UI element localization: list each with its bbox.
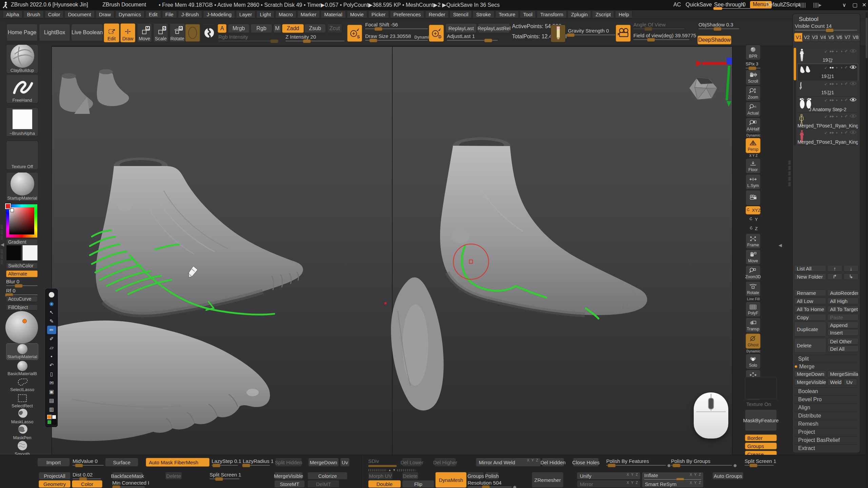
slider-handle[interactable] [672,464,680,467]
tray-mini-scrollbar[interactable]: ▲▼ [368,468,416,472]
backfacemask-button[interactable]: BackfaceMask [112,472,143,480]
accucurve-button[interactable]: AccuCurve [6,296,38,302]
menu-stroke[interactable]: Stroke [473,11,494,18]
shelf-slot-textureoff[interactable]: Texture Off [6,141,38,170]
layer-icon[interactable]: ◑ [840,82,843,86]
actual-button[interactable]: x1Actual [746,102,761,117]
edit-brush-icon[interactable]: ✐ [845,82,848,86]
shaded-icon[interactable]: ◐ [836,49,838,53]
quicksave-button[interactable]: QuickSave [686,2,712,8]
mode-scale[interactable]: SScale [153,23,168,42]
left-tray-toggle[interactable]: ◂|||| [797,2,806,8]
geometry-button[interactable]: Geometry [39,480,71,488]
folder-move-icon[interactable]: ↙ [824,114,827,119]
visibility-eye-icon[interactable] [850,98,856,102]
menu-help[interactable]: Help [615,11,632,18]
white-swatch[interactable] [22,245,38,261]
subtool-tab-v4[interactable]: V4 [818,33,828,42]
subtool-item[interactable]: ↙●●◐◑✐J Anatomy Step-2 [797,97,858,113]
cursor-arrow-icon[interactable]: ↖ [47,308,56,317]
all-low-button[interactable]: All Low [794,298,826,304]
slider-track[interactable] [606,465,666,466]
rgb-intensity-slider[interactable]: Rgb Intensity [218,34,277,41]
polypaint-icon[interactable]: ●● [829,114,834,118]
zoom-button[interactable]: Zoom [746,86,761,101]
slider-track[interactable] [368,465,397,467]
swatch-0[interactable] [47,415,52,419]
layer-icon[interactable]: ◑ [840,114,843,118]
clipboard-icon[interactable]: ▥ [47,405,56,413]
nav-home-page[interactable]: Home Page [6,24,38,41]
paint-zsub[interactable]: Zsub [304,24,326,33]
subtool-tab-v1[interactable]: V1 [794,33,803,42]
slider-track[interactable] [6,285,38,286]
paint-zcut[interactable]: Zcut [327,24,342,33]
angle-of-view-slider[interactable]: Angle Of View [633,22,684,29]
slider-handle[interactable] [303,39,311,43]
import-button[interactable]: Import [37,458,70,467]
mode-move[interactable]: MMove [137,23,152,42]
swatch-2[interactable] [47,420,52,424]
project-row[interactable]: Project [794,428,859,435]
panel-collapse-arrow[interactable]: ◀ [778,243,782,248]
border-button[interactable]: Border [745,434,777,441]
slider-handle[interactable] [567,33,575,37]
uv-button[interactable]: Uv [844,379,857,385]
auto-groups-button[interactable]: Auto Groups [712,472,744,480]
menu-texture[interactable]: Texture [495,11,519,18]
shaded-icon[interactable]: ◐ [836,98,838,102]
left-shelf-ticks[interactable]: ◀ [1,224,4,265]
paint-mrgb[interactable]: Mrgb [228,24,250,33]
dist-0-02-slider[interactable]: Dist 0.02 [73,472,101,479]
subtool-item[interactable]: ↙●●◐◑✐Merged_TPose1_Ryan_Kingslie [797,129,858,145]
bevel-pro-row[interactable]: Bevel Pro [794,395,859,403]
trash-icon[interactable]: ▯ [47,370,56,378]
edit-brush-icon[interactable]: ✐ [845,49,848,54]
shaded-icon[interactable]: ◐ [836,130,838,135]
del-all-button[interactable]: Del All [827,345,859,352]
slider-track[interactable] [468,487,512,487]
right-panel-scrollbar-thumb[interactable] [866,18,868,58]
folder-move-icon[interactable]: ↙ [824,65,827,70]
slider-track[interactable] [210,479,239,479]
menu-preferences[interactable]: Preferences [390,11,424,18]
camera-icon-button[interactable] [616,25,631,42]
subtool-list-scrollbar[interactable] [794,48,796,145]
polypaint-icon[interactable]: ●● [829,82,834,86]
ac-button[interactable]: AC [673,2,681,8]
edit-brush-icon[interactable]: ✐ [845,98,848,102]
rf-slider[interactable]: Rf 0 [6,288,38,295]
polyf-button[interactable]: PolyF [746,302,761,317]
gravity-strength-slider[interactable]: Gravity Strength 0 [568,28,615,35]
folder-move-icon[interactable]: ↙ [824,49,827,54]
menu-alpha[interactable]: Alpha [3,11,22,18]
paint-m[interactable]: M [273,24,281,33]
slider-track[interactable] [218,41,277,41]
visible-count-slider[interactable]: Visible Count 14 [795,23,857,30]
edit-brush-icon[interactable]: ✐ [845,130,848,135]
polish-by-groups-slider[interactable]: Polish By Groups [671,459,732,466]
merge-down-button[interactable]: MergeDown [794,370,826,377]
blur-slider[interactable]: Blur 0 [6,279,38,286]
subtool-item[interactable]: ↙●●◐◑✐19강 [797,48,858,64]
xyz-button[interactable]: XYZ [746,206,761,215]
slider-track[interactable] [633,28,684,29]
subtool-item[interactable]: ↙●●◐◑✐19강1 [797,64,858,80]
remesh-row[interactable]: Remesh [794,420,859,427]
slider-handle[interactable] [374,27,382,31]
mergedown-button[interactable]: MergeDown [308,458,339,467]
lazystep-0-1-slider[interactable]: LazyStep 0.1 [212,459,238,466]
shelf-slot-maskpen[interactable]: MaskPen [6,424,38,441]
menu-zplugin[interactable]: Zplugin [568,11,591,18]
scroll-button[interactable]: Scroll [746,70,761,85]
subtool-tab-v5[interactable]: V5 [827,33,836,42]
mask-by-feature-button[interactable]: MaskByFeature [745,409,777,431]
groups-button[interactable]: Groups [468,472,484,480]
lsym-button[interactable]: L.Sym [746,174,761,189]
stroke-thumbnail[interactable] [202,24,217,42]
mode-edit[interactable]: Edit [104,23,119,42]
slider-handle[interactable] [270,39,278,43]
deep-shadow-button[interactable]: DeepShadow [697,36,731,44]
eraser-icon[interactable]: ▱ [47,343,56,352]
storemt-button[interactable]: StoreMT [274,480,305,488]
